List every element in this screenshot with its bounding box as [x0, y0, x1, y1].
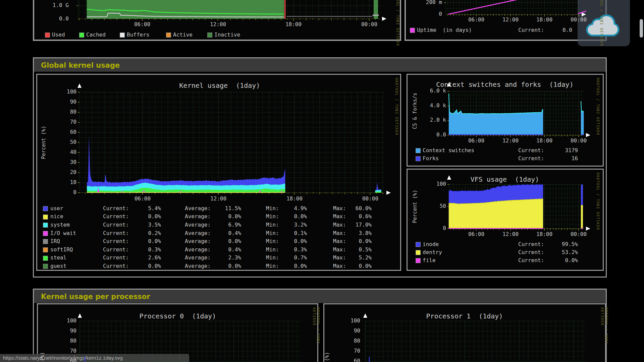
kernel-min-value: 0.0%	[273, 263, 307, 269]
proc0-chart-title: Processor 0 (1day)	[94, 313, 262, 320]
kernel-col-current: Current:	[103, 222, 129, 228]
kernel-ytick: 0	[53, 190, 76, 195]
context-ytick: 4.0 k	[419, 103, 446, 109]
kernel-ytick: 10	[53, 180, 76, 185]
uptime-legend-label: Uptime	[417, 27, 436, 33]
kernel-current-value: 0.2%	[127, 231, 161, 236]
memory-legend-label: Used	[52, 32, 65, 38]
memory-xtick: 12:00	[205, 22, 231, 27]
vfs-watermark: RRDTOOL / TOBI OETIKER	[596, 173, 600, 230]
kernel-max-value: 0.5%	[338, 247, 372, 253]
kernel-current-value: 2.6%	[127, 255, 161, 261]
kernel-col-average: Average:	[185, 247, 211, 253]
kernel-current-value: 5.4%	[127, 206, 161, 212]
proc1-ytick: 60	[337, 358, 360, 362]
context-current-value: 16	[541, 156, 578, 162]
kernel-max-value: 0.0%	[338, 239, 372, 244]
kernel-min-value: 0.1%	[273, 231, 307, 236]
kernel-legend-box-7	[43, 264, 48, 269]
kernel-current-value: 0.3%	[127, 247, 161, 253]
memory-legend-label: Inactive	[214, 32, 240, 38]
kernel-max-value: 3.8%	[338, 231, 372, 236]
context-current-label: Current:	[518, 156, 544, 162]
vfs-xtick: 18:00	[531, 232, 558, 237]
kernel-max-value: 5.2%	[338, 255, 372, 261]
vfs-current-value: 99.5%	[541, 242, 578, 247]
kernel-average-value: 11.5%	[208, 206, 241, 212]
proc0-ylabel: Percent (%)	[40, 352, 45, 362]
kernel-xtick: 06:00	[129, 196, 156, 202]
kernel-col-current: Current:	[103, 247, 129, 253]
scrollbar-thumb[interactable]	[640, 19, 643, 38]
context-xtick: 00:00	[565, 138, 592, 144]
kernel-current-value: 0.0%	[127, 263, 161, 269]
vfs-current-label: Current:	[518, 242, 544, 247]
kernel-legend-label: softIRQ	[50, 247, 73, 253]
kernel-ytick: 50	[53, 139, 76, 145]
kernel-legend-label: system	[50, 222, 70, 228]
kernel-average-value: 0.4%	[208, 231, 241, 236]
context-xtick: 18:00	[531, 138, 558, 144]
vfs-current-value: 53.2%	[541, 250, 578, 255]
uptime-xtick: 12:00	[497, 17, 524, 23]
kernel-col-average: Average:	[185, 231, 211, 236]
vfs-legend-box-2	[416, 258, 421, 263]
vfs-legend-box-1	[416, 250, 421, 255]
proc1-ylabel: Percent (%)	[325, 352, 330, 362]
memory-legend-box-inactive	[207, 33, 212, 38]
uptime-xtick: 18:00	[531, 17, 558, 23]
context-legend-label: Forks	[423, 156, 439, 162]
vfs-current-value: 0.0%	[541, 258, 578, 263]
kernel-legend-box-2	[43, 223, 48, 228]
proc1-chart-title: Processor 1 (1day)	[381, 313, 548, 320]
kernel-ylabel: Percent (%)	[41, 126, 47, 159]
proc0-ytick: 100	[53, 318, 76, 324]
uptime-watermark: RRDTOOL / TOBI OETIKER	[600, 0, 604, 46]
section-percpu-title: Kernel usage per processor	[41, 293, 150, 301]
kernel-average-value: 0.0%	[208, 263, 241, 269]
proc1-ytick: 70	[337, 348, 360, 354]
kernel-min-value: 0.0%	[273, 239, 307, 244]
kernel-col-average: Average:	[185, 214, 211, 220]
kernel-max-value: 0.6%	[338, 214, 372, 220]
context-legend-label: Context switches	[423, 148, 474, 154]
kernel-max-value: 60.0%	[338, 206, 372, 212]
section-percpu-header: Kernel usage per processor	[34, 290, 606, 303]
kernel-average-value: 2.3%	[208, 255, 241, 261]
uptime-ytick: 0	[412, 11, 442, 17]
kernel-legend-box-5	[43, 247, 48, 252]
kernel-ytick: 90	[53, 99, 76, 105]
kernel-legend-box-1	[43, 215, 48, 220]
memory-xtick: 18:00	[280, 22, 307, 27]
uptime-xtick: 00:00	[565, 17, 592, 23]
vfs-legend-label: inode	[423, 242, 439, 247]
memory-ytick: 1.0 G	[39, 3, 69, 8]
kernel-col-average: Average:	[185, 222, 211, 228]
kernel-max-value: 0.0%	[338, 263, 372, 269]
kernel-legend-label: guest	[50, 263, 66, 269]
context-current-label: Current:	[518, 148, 544, 154]
kernel-legend-label: user	[50, 206, 63, 212]
memory-legend-box-used	[45, 33, 50, 38]
kernel-current-value: 3.5%	[127, 222, 161, 228]
kernel-col-current: Current:	[103, 214, 129, 220]
kernel-col-average: Average:	[185, 239, 211, 244]
kernel-ytick: 70	[53, 119, 76, 125]
context-xtick: 12:00	[497, 138, 524, 144]
kernel-watermark: RRDTOOL / TOBI OETIKER	[395, 78, 399, 135]
uptime-ytick: 200 m	[412, 0, 442, 5]
proc1-ytick: 80	[337, 338, 360, 344]
vfs-ytick: 50	[419, 203, 446, 209]
kernel-col-current: Current:	[103, 263, 129, 269]
proc1-ytick: 100	[337, 318, 360, 324]
section-global-header: Global kernel usage	[34, 58, 606, 72]
context-ytick: 6.0 k	[419, 88, 446, 94]
proc1-watermark: RRDTOOL / TOBI OETIKER	[600, 307, 608, 362]
vfs-current-label: Current:	[518, 258, 544, 263]
memory-xtick: 00:00	[356, 22, 383, 27]
memory-legend-label: Active	[173, 32, 193, 38]
kernel-max-value: 17.0%	[338, 222, 372, 228]
monitorix-page: { "page": { "status_tooltip": "https://s…	[0, 0, 644, 362]
kernel-min-value: 4.9%	[273, 206, 307, 212]
kernel-col-average: Average:	[185, 206, 211, 212]
